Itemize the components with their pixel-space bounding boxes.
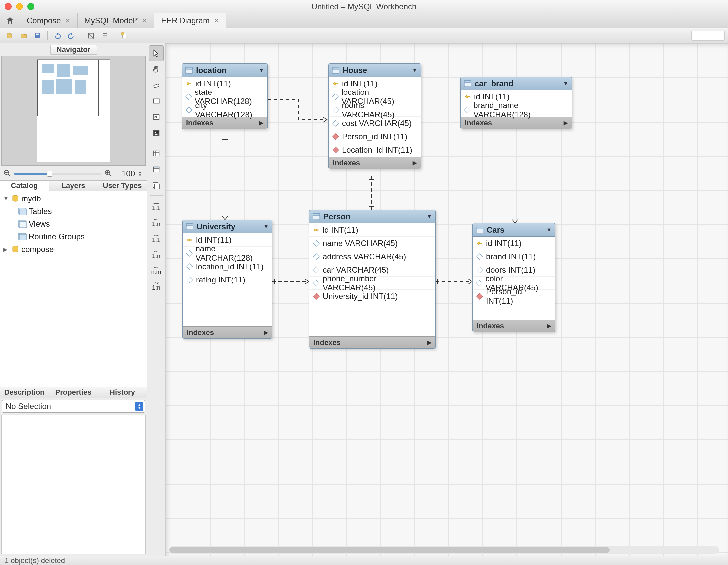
collapse-icon[interactable]: ▼ [412,67,417,73]
tool-note[interactable]: N [149,109,164,125]
eer-canvas[interactable]: location ▼ id INT(11)state VARCHAR(128)c… [165,43,728,556]
tool-routine-group[interactable] [149,177,164,193]
sidebar-tab-properties[interactable]: Properties [49,387,98,398]
close-icon[interactable]: ✕ [65,17,71,25]
entity-header[interactable]: Person ▼ [309,210,435,223]
align-grid-button[interactable] [99,30,111,41]
zoom-slider-thumb[interactable] [47,171,52,177]
entity-column[interactable]: name VARCHAR(128) [183,247,272,260]
entity-column[interactable]: phone_number VARCHAR(45) [309,277,435,290]
disclosure-triangle-icon[interactable]: ▶ [3,246,9,253]
entity-column[interactable]: name VARCHAR(45) [309,237,435,250]
catalog-folder-views[interactable]: Views [0,218,147,230]
sidebar-tab-user-types[interactable]: User Types [98,181,147,191]
selection-combo[interactable]: No Selection [2,400,145,413]
zoom-slider[interactable] [14,173,101,175]
expand-icon[interactable]: ▶ [413,160,417,166]
entity-person[interactable]: Person ▼ id INT(11)name VARCHAR(45)addre… [309,210,436,349]
open-file-button[interactable] [17,30,30,41]
entity-cars[interactable]: Cars ▼ id INT(11)brand INT(11)doors INT(… [472,223,555,332]
expand-icon[interactable]: ▶ [259,120,263,126]
entity-column[interactable]: id INT(11) [309,223,435,237]
entity-indexes-row[interactable]: Indexes ▶ [473,320,555,332]
expand-icon[interactable]: ▶ [264,329,268,336]
zoom-stepper[interactable]: ▲▼ [138,170,144,178]
tab-eer-diagram[interactable]: EER Diagram ✕ [154,13,226,28]
entity-column[interactable]: brand INT(11) [473,250,555,263]
collapse-icon[interactable]: ▼ [263,224,269,230]
zoom-out-icon[interactable] [3,169,11,178]
collapse-icon[interactable]: ▼ [563,81,568,87]
entity-header[interactable]: University ▼ [183,220,272,233]
tool-eraser[interactable] [149,77,164,93]
scrollbar-thumb[interactable] [169,547,610,553]
save-button[interactable] [31,30,44,41]
catalog-tree[interactable]: ▼ mydb Tables Views Routine Groups ▶ com… [0,191,147,387]
sidebar-tab-description[interactable]: Description [0,387,49,398]
model-overview[interactable] [1,56,146,166]
catalog-folder-tables[interactable]: Tables [0,205,147,218]
entity-car_brand[interactable]: car_brand ▼ id INT(11)brand_name VARCHAR… [460,77,572,129]
entity-header[interactable]: Cars ▼ [473,223,555,237]
tool-layer[interactable] [149,93,164,109]
redo-button[interactable] [65,30,78,41]
canvas-viewport[interactable]: location ▼ id INT(11)state VARCHAR(128)c… [165,43,728,556]
sidebar-tab-history[interactable]: History [98,387,147,398]
entity-column[interactable]: rooms VARCHAR(45) [329,104,421,117]
tool-pointer[interactable] [149,45,164,61]
entity-house[interactable]: House ▼ id INT(11)location VARCHAR(45)ro… [328,63,421,169]
entity-column[interactable]: address VARCHAR(45) [309,250,435,263]
tool-relation-1-1-identifying[interactable]: ──1:1 [149,198,164,214]
disclosure-triangle-icon[interactable]: ▼ [3,196,9,202]
tool-hand[interactable] [149,61,164,77]
expand-icon[interactable]: ▶ [564,120,568,126]
sidebar-tab-catalog[interactable]: Catalog [0,181,49,191]
expand-icon[interactable]: ▶ [547,323,551,329]
sidebar-tab-layers[interactable]: Layers [49,181,98,191]
catalog-db-mydb[interactable]: ▼ mydb [0,192,147,205]
navigator-tab[interactable]: Navigator [50,45,97,55]
collapse-icon[interactable]: ▼ [259,67,264,73]
collapse-icon[interactable]: ▼ [546,227,552,233]
tool-relation-1-n-identifying[interactable]: ─<1:n [149,214,164,230]
entity-column[interactable]: Person_id INT(11) [329,130,421,143]
entity-column[interactable]: Person_id INT(11) [473,290,555,303]
zoom-in-icon[interactable] [104,169,112,178]
tool-relation-1-n-nonidentifying[interactable]: ┄<1:n [149,246,164,262]
tool-relation-n-m[interactable]: >┄<n:m [149,262,164,278]
tool-relation-1-1-nonidentifying[interactable]: ┄┄1:1 [149,230,164,246]
new-file-button[interactable] [3,30,16,41]
entity-header[interactable]: House ▼ [329,64,421,77]
overview-viewport[interactable] [37,60,99,116]
entity-column[interactable]: brand_name VARCHAR(128) [461,104,572,117]
zoom-window-button[interactable] [27,3,34,10]
entity-column[interactable]: id INT(11) [473,237,555,250]
undo-button[interactable] [51,30,64,41]
catalog-folder-routine-groups[interactable]: Routine Groups [0,230,147,243]
dropdown-caret-icon[interactable] [135,402,143,411]
tool-relation-1-n-pick[interactable]: ↗<1:n [149,278,164,293]
entity-header[interactable]: location ▼ [182,64,267,77]
expand-icon[interactable]: ▶ [427,339,431,346]
close-icon[interactable]: ✕ [214,17,219,25]
close-window-button[interactable] [5,3,12,10]
entity-column[interactable]: location_id INT(11) [183,260,272,273]
minimize-window-button[interactable] [16,3,23,10]
entity-indexes-row[interactable]: Indexes ▶ [329,157,421,169]
vertical-scrollbar[interactable] [719,47,727,546]
horizontal-scrollbar[interactable] [169,546,719,554]
catalog-db-compose[interactable]: ▶ compose [0,243,147,256]
tool-table[interactable] [149,145,164,161]
tool-image[interactable] [149,125,164,141]
toolbar-search-box[interactable] [691,31,725,41]
entity-column[interactable]: rating INT(11) [183,273,272,286]
entity-location[interactable]: location ▼ id INT(11)state VARCHAR(128)c… [182,63,268,129]
home-tab[interactable] [0,13,20,28]
entity-column[interactable]: Location_id INT(11) [329,143,421,157]
entity-indexes-row[interactable]: Indexes ▶ [183,326,272,338]
entity-university[interactable]: University ▼ id INT(11)name VARCHAR(128)… [182,220,272,339]
entity-column[interactable]: city VARCHAR(128) [182,104,267,117]
close-icon[interactable]: ✕ [142,17,147,25]
entity-header[interactable]: car_brand ▼ [461,77,572,90]
toggle-grid-button[interactable] [85,30,97,41]
